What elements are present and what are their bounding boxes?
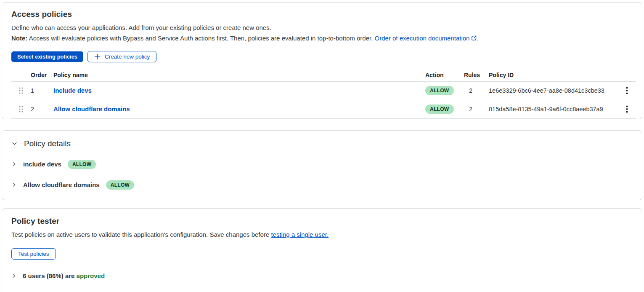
action-badge: ALLOW [68,160,96,169]
kebab-menu-icon[interactable] [617,103,636,115]
policy-details-card: Policy details include devs ALLOW Allow … [2,130,642,200]
policy-detail-item[interactable]: include devs ALLOW [11,160,636,169]
policy-details-title: Policy details [24,139,71,148]
policy-name-link[interactable]: include devs [53,87,92,94]
tester-desc-text: Test policies on active users to validat… [11,231,271,238]
rules-value: 2 [464,106,489,113]
policy-details-toggle[interactable]: Policy details [11,139,636,148]
order-value: 2 [31,106,53,113]
kebab-menu-icon[interactable] [617,84,636,97]
access-policies-note: Note: Access will evaluate policies with… [11,33,636,43]
status-approved: approved [77,272,105,279]
action-badge: ALLOW [106,180,135,190]
test-policies-button[interactable]: Test policies [11,248,56,260]
order-of-execution-doc-link[interactable]: Order of execution documentation [374,35,469,42]
create-new-policy-label: Create new policy [105,54,150,60]
col-order: Order [31,72,53,78]
note-label: Note: [11,35,27,42]
chevron-right-icon [11,182,17,188]
col-policy-id: Policy ID [489,72,617,78]
col-rules: Rules [464,72,489,78]
plus-icon [94,54,101,60]
policy-id-value: 015da58e-8135-49a1-9a6f-0cc8aeeb37a9 [489,106,617,113]
drag-handle-icon[interactable] [11,105,31,113]
access-policies-actions: Select existing policies Create new poli… [11,51,636,62]
policy-name-link[interactable]: Allow cloudflare domains [53,105,130,113]
result-text: 6 users (86%) are approved [23,272,105,279]
order-value: 1 [31,87,53,94]
tester-result-approved[interactable]: 6 users (86%) are approved [11,272,636,279]
access-policies-card: Access policies Define who can access yo… [2,2,642,119]
policy-tester-title: Policy tester [11,217,636,226]
access-policies-description: Define who can access your applications.… [11,23,636,32]
policy-id-value: 1e6e3329-6bc6-4ee7-aa8e-08d41c3cbe33 [489,87,617,94]
chevron-right-icon [11,161,17,167]
action-badge: ALLOW [425,86,454,95]
policy-table: Order Policy name Action Rules Policy ID… [11,69,636,119]
action-badge: ALLOW [425,104,454,114]
table-row: 2 Allow cloudflare domains ALLOW 2 015da… [11,100,636,119]
policy-detail-item[interactable]: Allow cloudflare domains ALLOW [11,180,636,190]
access-policies-title: Access policies [11,10,636,19]
drag-handle-icon[interactable] [11,86,31,95]
note-text: Access will evaluate policies with Bypas… [27,35,374,42]
policy-tester-card: Policy tester Test policies on active us… [2,208,642,292]
tester-actions: Test policies [11,248,636,260]
rules-value: 2 [464,87,489,94]
col-policy-name: Policy name [53,72,425,78]
testing-single-user-link[interactable]: testing a single user. [271,231,329,238]
create-new-policy-button[interactable]: Create new policy [87,51,156,62]
table-row: 1 include devs ALLOW 2 1e6e3329-6bc6-4ee… [11,82,636,100]
select-existing-policies-button[interactable]: Select existing policies [11,51,83,62]
policy-detail-name: include devs [23,161,61,168]
policy-tester-description: Test policies on active users to validat… [11,230,636,239]
policy-detail-name: Allow cloudflare domains [23,181,100,188]
chevron-down-icon [11,140,18,147]
col-action: Action [425,72,464,78]
external-link-icon [471,34,477,43]
note-suffix: . [477,35,478,42]
chevron-right-icon [11,273,17,279]
policy-table-header: Order Policy name Action Rules Policy ID [11,69,636,82]
page: Access policies Define who can access yo… [0,0,644,292]
